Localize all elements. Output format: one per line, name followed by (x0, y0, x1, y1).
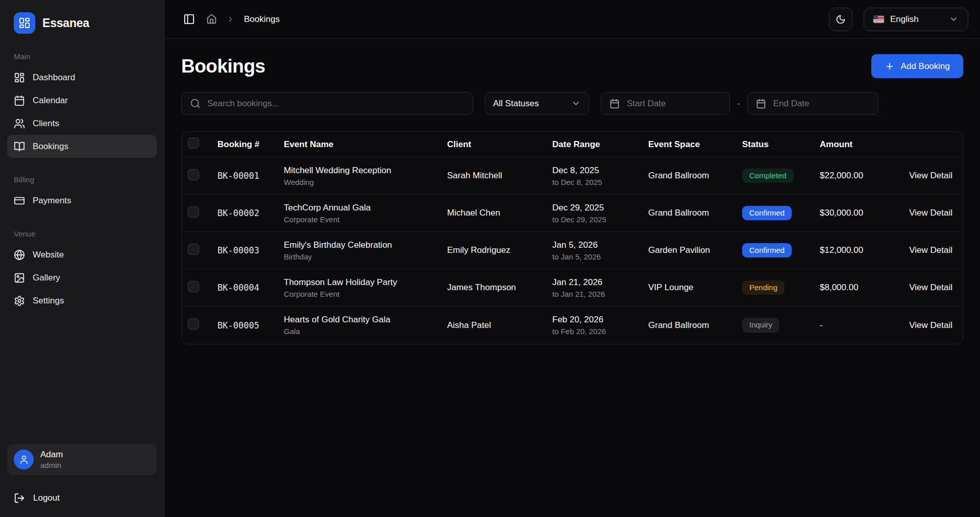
event-space: VIP Lounge (648, 283, 742, 293)
row-checkbox[interactable] (188, 318, 199, 330)
view-detail-link[interactable]: View Detail (909, 208, 952, 218)
view-detail-link[interactable]: View Detail (909, 320, 952, 330)
row-checkbox[interactable] (188, 281, 199, 292)
event-space: Garden Pavilion (648, 245, 742, 255)
row-checkbox[interactable] (188, 169, 199, 180)
breadcrumb-home-button[interactable] (204, 12, 219, 27)
booking-number: BK-00003 (217, 245, 284, 255)
add-booking-button[interactable]: Add Booking (871, 54, 963, 78)
book-open-icon (14, 141, 25, 152)
table-row: BK-00001 Mitchell Wedding Reception Wedd… (182, 157, 963, 195)
row-checkbox[interactable] (188, 206, 199, 218)
panel-left-icon (183, 13, 195, 25)
amount: $12,000.00 (820, 245, 903, 255)
event-name: Emily's Birthday Celebration (284, 240, 447, 250)
brand-logo-icon (14, 12, 35, 34)
view-detail-link[interactable]: View Detail (909, 283, 952, 292)
date-end: to Jan 5, 2026 (552, 252, 648, 261)
row-checkbox[interactable] (188, 244, 199, 255)
nav-section-billing: Billing (7, 175, 157, 184)
start-date-input[interactable]: Start Date (601, 92, 730, 115)
column-header-client: Client (447, 139, 552, 150)
event-space: Grand Ballroom (648, 320, 742, 331)
sidebar-item-label: Bookings (33, 142, 68, 152)
sidebar-item-label: Payments (33, 196, 71, 206)
event-space: Grand Ballroom (648, 171, 742, 181)
topbar: Bookings English (164, 0, 980, 39)
logout-icon (14, 492, 25, 504)
users-icon (14, 118, 25, 129)
sidebar-item-gallery[interactable]: Gallery (7, 266, 157, 289)
home-icon (206, 14, 217, 25)
view-detail-link[interactable]: View Detail (909, 171, 952, 180)
select-all-checkbox[interactable] (188, 137, 199, 149)
theme-toggle-button[interactable] (829, 8, 852, 31)
client-name: James Thompson (447, 283, 552, 293)
sidebar-item-settings[interactable]: Settings (7, 289, 157, 312)
chevron-right-icon (226, 15, 235, 24)
column-header-booking: Booking # (217, 139, 284, 150)
sidebar-item-website[interactable]: Website (7, 243, 157, 266)
user-card[interactable]: Adam admin (7, 444, 157, 475)
amount: $30,000.00 (820, 208, 903, 218)
nav-section-venue: Venue (7, 229, 157, 238)
chevron-down-icon (949, 14, 959, 24)
end-date-input[interactable]: End Date (747, 92, 878, 115)
sidebar-item-bookings[interactable]: Bookings (7, 135, 157, 158)
event-name: Mitchell Wedding Reception (284, 166, 447, 176)
page-content: Bookings Add Booking All Statuses (164, 39, 980, 344)
table-body: BK-00001 Mitchell Wedding Reception Wedd… (182, 157, 963, 344)
event-type: Corporate Event (284, 290, 447, 298)
bookings-table: Booking # Event Name Client Date Range E… (181, 131, 963, 344)
view-detail-link[interactable]: View Detail (909, 245, 952, 255)
user-name: Adam (40, 450, 63, 460)
filter-row: All Statuses Start Date - End D (181, 92, 963, 115)
sidebar: Essanea Main Dashboard Calendar Cl (0, 0, 164, 517)
event-name: TechCorp Annual Gala (284, 203, 447, 213)
calendar-icon (609, 99, 620, 109)
column-header-event-space: Event Space (648, 139, 742, 150)
breadcrumb-current: Bookings (244, 14, 280, 25)
calendar-icon (756, 99, 766, 109)
status-badge: Confirmed (742, 243, 792, 258)
dashboard-icon (14, 72, 25, 83)
sidebar-item-calendar[interactable]: Calendar (7, 89, 157, 112)
sidebar-item-dashboard[interactable]: Dashboard (7, 66, 157, 89)
date-start: Feb 20, 2026 (552, 315, 648, 325)
event-type: Gala (284, 327, 447, 336)
sidebar-item-label: Dashboard (33, 73, 75, 83)
date-range-separator: - (737, 99, 740, 109)
calendar-icon (14, 95, 25, 106)
status-badge: Completed (742, 169, 794, 183)
sidebar-item-label: Website (33, 250, 64, 260)
column-header-status: Status (742, 139, 820, 150)
brand: Essanea (0, 9, 164, 39)
event-type: Birthday (284, 252, 447, 261)
status-badge: Pending (742, 280, 785, 295)
search-icon (190, 98, 201, 109)
language-selector[interactable]: English (864, 8, 968, 31)
add-booking-label: Add Booking (901, 61, 950, 72)
status-filter-select[interactable]: All Statuses (485, 92, 589, 115)
sidebar-item-payments[interactable]: Payments (7, 189, 157, 212)
date-end: to Jan 21, 2026 (552, 290, 648, 298)
table-row: BK-00005 Hearts of Gold Charity Gala Gal… (182, 307, 963, 344)
event-name: Hearts of Gold Charity Gala (284, 315, 447, 325)
client-name: Aisha Patel (447, 320, 552, 331)
table-row: BK-00003 Emily's Birthday Celebration Bi… (182, 232, 963, 269)
sidebar-bottom: Adam admin Logout (0, 444, 164, 509)
page-title: Bookings (181, 56, 265, 77)
search-box (181, 92, 473, 115)
event-type: Wedding (284, 178, 447, 186)
main-area: Bookings English Bookings (164, 0, 980, 517)
column-header-date-range: Date Range (552, 139, 648, 150)
start-date-placeholder: Start Date (627, 99, 666, 109)
search-input[interactable] (207, 99, 464, 109)
sidebar-item-clients[interactable]: Clients (7, 112, 157, 135)
booking-number: BK-00005 (217, 320, 284, 331)
column-header-amount: Amount (820, 139, 903, 150)
sidebar-toggle-button[interactable] (181, 11, 197, 27)
logout-button[interactable]: Logout (7, 482, 157, 509)
moon-icon (836, 14, 846, 25)
event-space: Grand Ballroom (648, 208, 742, 218)
